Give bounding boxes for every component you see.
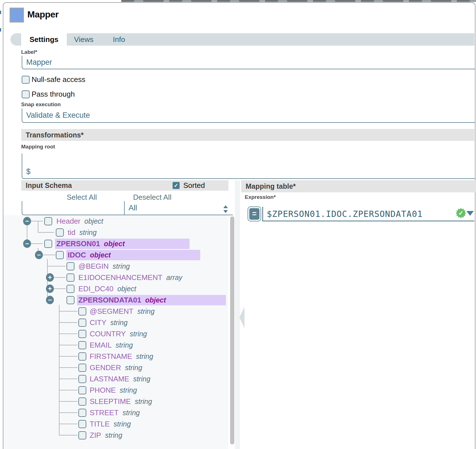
tree-node-country[interactable]: COUNTRYstring [90, 329, 147, 339]
collapse-toggle-icon[interactable]: − [23, 217, 31, 225]
tree-node-type: string [79, 228, 96, 237]
tree-connector [59, 379, 78, 379]
tree-node-checkbox-title[interactable] [78, 420, 86, 428]
tree-node-checkbox-city[interactable] [78, 319, 86, 327]
tree-connector [59, 424, 78, 424]
check-icon: ✓ [174, 182, 179, 189]
tab-views[interactable]: Views [70, 33, 98, 46]
pass-through-checkbox[interactable] [22, 90, 30, 98]
tree-node-type: string [123, 409, 140, 417]
tree-node-name: ZPERSON01 [56, 239, 100, 248]
tree-node-name: STREET [90, 408, 119, 417]
tree-node-email[interactable]: EMAILstring [90, 340, 133, 350]
tree-node-checkbox-street[interactable] [78, 409, 86, 417]
tree-node-title[interactable]: TITLEstring [90, 419, 131, 429]
tree-node-name: CITY [90, 318, 106, 327]
tree-node-gender[interactable]: GENDERstring [90, 363, 142, 373]
tree-node-checkbox--begin[interactable] [67, 262, 74, 270]
tree-node-checkbox-zperson01[interactable] [44, 240, 52, 248]
expand-toggle-icon[interactable]: + [46, 284, 54, 293]
tree-connector [59, 356, 78, 357]
tree-node-checkbox-idoc[interactable] [56, 251, 64, 259]
tree-node-edi-dc40[interactable]: EDI_DC40object [78, 284, 136, 294]
collapse-toggle-icon[interactable]: − [46, 296, 54, 304]
tree-node-checkbox-zpersondata01[interactable] [67, 296, 74, 304]
tree-node-checkbox-lastname[interactable] [78, 375, 86, 383]
null-safe-access-label: Null-safe access [32, 75, 85, 84]
tree-node-checkbox-firstname[interactable] [78, 352, 86, 361]
label-input-value: Mapper [26, 58, 52, 67]
transformations-section-header: Transformations* [21, 129, 474, 141]
schema-filter-input[interactable] [22, 201, 127, 215]
tree-node-firstname[interactable]: FIRSTNAMEstring [90, 351, 153, 362]
tree-node-checkbox-sleeptime[interactable] [78, 397, 86, 406]
tree-node-checkbox-email[interactable] [78, 341, 86, 349]
vertical-scrollbar[interactable] [230, 216, 234, 444]
tree-node-header[interactable]: Headerobject [56, 216, 103, 226]
schema-filter-dropdown[interactable]: All [124, 201, 233, 215]
collapse-toggle-icon[interactable]: − [35, 251, 43, 259]
tree-node-tid[interactable]: tidstring [68, 227, 97, 238]
tree-node-name: @SEGMENT [90, 307, 133, 316]
tree-node-zip[interactable]: ZIPstring [90, 430, 122, 441]
label-field-label: Label* [21, 49, 37, 55]
spinner-up-icon[interactable] [223, 205, 228, 208]
mapping-root-input[interactable]: $ [22, 154, 475, 179]
mapping-table-section-header: Mapping table* [241, 180, 476, 192]
tree-node-type: string [114, 420, 131, 428]
null-safe-access-checkbox[interactable] [22, 76, 30, 84]
expression-dropdown-icon[interactable] [466, 211, 474, 216]
tree-node-sleeptime[interactable]: SLEEPTIMEstring [90, 396, 152, 407]
tree-node-type: string [136, 352, 153, 361]
tree-node-type: object [84, 217, 103, 225]
sorted-label: Sorted [183, 182, 205, 189]
expression-input[interactable]: $ZPERSON01.IDOC.ZPERSONDATA01 [267, 207, 423, 221]
tab-info[interactable]: Info [109, 33, 129, 46]
tree-connector [59, 305, 60, 435]
tree-node-checkbox-phone[interactable] [78, 386, 86, 394]
tree-node-checkbox-edi-dc40[interactable] [67, 285, 74, 293]
snap-execution-select[interactable]: Validate & Execute [22, 108, 475, 123]
tree-node-type: string [120, 386, 137, 394]
spinner-down-icon[interactable] [223, 210, 228, 213]
expand-toggle-icon[interactable]: + [46, 273, 54, 282]
deselect-all-link[interactable]: Deselect All [124, 193, 180, 201]
sorted-checkbox[interactable]: ✓ [173, 182, 180, 189]
tree-node-idoc[interactable]: IDOCobject [68, 250, 111, 260]
select-all-link[interactable]: Select All [55, 193, 109, 201]
background-canvas-fragment [0, 28, 1, 32]
snap-execution-label: Snap execution [21, 101, 61, 108]
collapse-arrow-icon[interactable] [239, 307, 244, 328]
tree-node-phone[interactable]: PHONEstring [90, 385, 137, 395]
tree-node-city[interactable]: CITYstring [90, 317, 127, 328]
tree-node-name: SLEEPTIME [90, 397, 131, 406]
tree-node-checkbox-e1idocenhancement[interactable] [67, 274, 74, 282]
tree-node-lastname[interactable]: LASTNAMEstring [90, 374, 150, 384]
expression-toggle-button[interactable]: = [248, 206, 261, 221]
tree-connector [59, 334, 78, 334]
tree-node-e1idocenhancement[interactable]: E1IDOCENHANCEMENTarray [78, 272, 182, 283]
snap-execution-value: Validate & Execute [26, 111, 90, 120]
tree-node-checkbox--segment[interactable] [78, 307, 86, 315]
tree-node--begin[interactable]: @BEGINstring [78, 261, 130, 272]
tree-node-name: GENDER [90, 363, 121, 372]
label-input[interactable]: Mapper [22, 56, 475, 69]
tab-settings[interactable]: Settings [21, 33, 67, 46]
tree-node-checkbox-header[interactable] [44, 217, 52, 225]
tree-node-checkbox-country[interactable] [78, 330, 86, 338]
tree-node-type: string [135, 397, 152, 406]
tree-node-type: object [117, 285, 136, 293]
tree-node-checkbox-zip[interactable] [78, 431, 86, 439]
mapping-root-value: $ [26, 167, 30, 176]
collapse-toggle-icon[interactable]: − [23, 239, 31, 248]
tree-node-name: ZPERSONDATA01 [78, 296, 141, 304]
schema-filter-dropdown-value: All [129, 204, 137, 212]
tree-node-type: object [104, 240, 125, 248]
tree-node--segment[interactable]: @SEGMENTstring [90, 306, 155, 317]
tree-node-checkbox-gender[interactable] [78, 364, 86, 372]
tree-node-zperson01[interactable]: ZPERSON01object [56, 239, 125, 249]
tree-node-zpersondata01[interactable]: ZPERSONDATA01object [78, 295, 166, 305]
tree-node-checkbox-tid[interactable] [56, 228, 64, 237]
tree-node-street[interactable]: STREETstring [90, 408, 140, 418]
tree-node-name: FIRSTNAME [90, 352, 132, 361]
